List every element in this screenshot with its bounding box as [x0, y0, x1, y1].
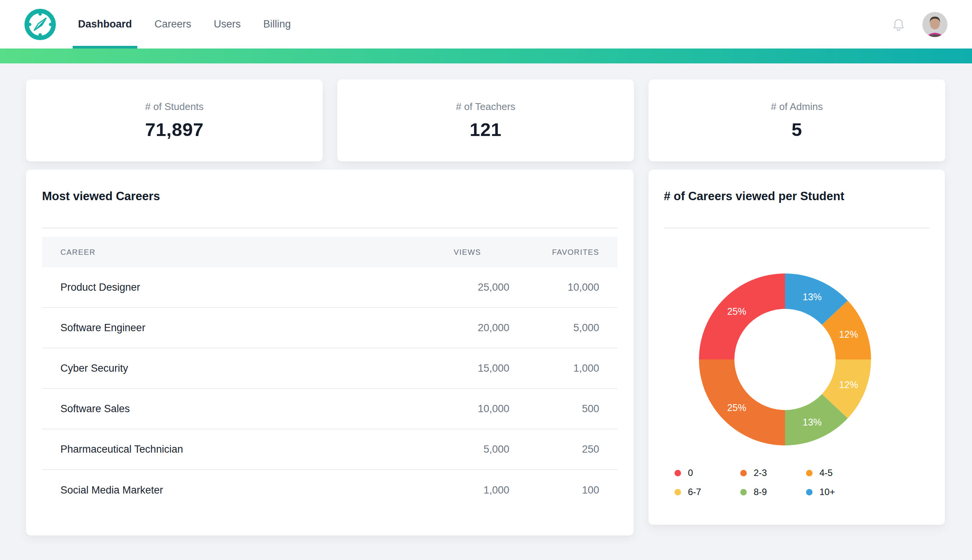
career-views: 25,000	[418, 282, 509, 293]
stat-label: # of Teachers	[456, 101, 515, 113]
legend-dot	[674, 489, 681, 495]
donut-slice-label: 13%	[803, 292, 822, 302]
nav-right	[892, 12, 947, 37]
career-views: 20,000	[418, 322, 509, 334]
legend-dot	[806, 470, 813, 476]
legend-item-0[interactable]: 0	[674, 465, 740, 480]
donut-slice-label: 12%	[839, 379, 858, 390]
career-favorites: 10,000	[509, 282, 599, 293]
career-views: 10,000	[418, 403, 509, 415]
main-row: Most viewed Careers Career Views Favorit…	[26, 170, 946, 535]
user-avatar[interactable]	[922, 12, 947, 37]
career-name: Software Sales	[60, 403, 418, 415]
stat-label: # of Students	[145, 101, 203, 113]
career-name: Product Designer	[60, 282, 418, 293]
legend-item-10+[interactable]: 10+	[806, 484, 872, 500]
donut-slice-label: 13%	[803, 417, 822, 427]
compass-logo-icon[interactable]	[25, 9, 56, 40]
donut-slice-label: 25%	[727, 306, 746, 317]
nav-item-careers[interactable]: Careers	[154, 0, 192, 48]
legend-dot	[674, 470, 681, 476]
column-header-views: Views	[418, 248, 509, 257]
accent-gradient-bar	[0, 48, 972, 63]
table-row: Cyber Security 15,000 1,000	[42, 348, 617, 389]
career-views: 1,000	[418, 484, 509, 496]
stats-row: # of Students 71,897 # of Teachers 121 #…	[26, 80, 946, 162]
legend-label: 4-5	[820, 468, 833, 478]
legend-label: 10+	[820, 487, 835, 497]
stat-card-students: # of Students 71,897	[26, 80, 323, 162]
chart-card-title: # of Careers viewed per Student	[664, 189, 930, 204]
nav-item-billing[interactable]: Billing	[263, 0, 292, 48]
table-header: Career Views Favorites	[42, 237, 617, 267]
career-name: Cyber Security	[60, 363, 418, 374]
dashboard-page: Dashboard Careers Users Billing	[0, 0, 972, 560]
column-header-career: Career	[60, 248, 418, 257]
legend-label: 0	[688, 468, 693, 478]
top-nav: Dashboard Careers Users Billing	[0, 0, 972, 48]
table-row: Software Engineer 20,000 5,000	[42, 308, 617, 348]
donut-chart: 13%12%12%13%25%25%	[698, 273, 872, 446]
career-name: Software Engineer	[60, 322, 418, 334]
legend-item-8-9[interactable]: 8-9	[740, 484, 806, 500]
careers-viewed-chart-card: # of Careers viewed per Student 13%12%12…	[649, 170, 945, 525]
table-row: Social Media Marketer 1,000 100	[42, 470, 617, 510]
divider	[42, 228, 617, 228]
nav-item-dashboard[interactable]: Dashboard	[77, 0, 133, 48]
career-views: 15,000	[418, 363, 509, 374]
stat-card-admins: # of Admins 5	[649, 80, 945, 162]
legend-item-6-7[interactable]: 6-7	[674, 484, 740, 500]
legend-label: 6-7	[688, 487, 701, 497]
donut-slice-label: 25%	[727, 402, 746, 413]
table-row: Product Designer 25,000 10,000	[42, 267, 617, 308]
column-header-favorites: Favorites	[509, 248, 599, 257]
chart-legend: 02-34-56-78-910+	[674, 465, 930, 500]
stat-value: 121	[470, 119, 501, 140]
career-favorites: 1,000	[509, 363, 599, 374]
career-name: Social Media Marketer	[60, 484, 418, 496]
legend-label: 2-3	[754, 468, 767, 478]
legend-dot	[740, 470, 747, 476]
table-card-title: Most viewed Careers	[42, 189, 617, 204]
bell-icon[interactable]	[892, 17, 905, 32]
stat-value: 71,897	[145, 119, 204, 140]
career-favorites: 250	[509, 443, 599, 455]
table-row: Software Sales 10,000 500	[42, 389, 617, 429]
donut-slice-label: 12%	[839, 329, 858, 340]
divider	[664, 228, 930, 228]
nav-items: Dashboard Careers Users Billing	[77, 0, 313, 48]
stat-card-teachers: # of Teachers 121	[337, 80, 634, 162]
most-viewed-careers-card: Most viewed Careers Career Views Favorit…	[26, 170, 634, 535]
legend-label: 8-9	[754, 487, 767, 497]
donut-chart-svg: 13%12%12%13%25%25%	[698, 273, 872, 446]
content-area: # of Students 71,897 # of Teachers 121 #…	[0, 63, 972, 535]
career-favorites: 5,000	[509, 322, 599, 334]
career-favorites: 100	[509, 484, 599, 496]
table-row: Pharmaceutical Technician 5,000 250	[42, 429, 617, 470]
stat-value: 5	[791, 119, 802, 140]
career-favorites: 500	[509, 403, 599, 415]
career-name: Pharmaceutical Technician	[60, 443, 418, 455]
career-views: 5,000	[418, 443, 509, 455]
legend-item-2-3[interactable]: 2-3	[740, 465, 806, 480]
stat-label: # of Admins	[771, 101, 823, 113]
legend-dot	[806, 489, 813, 495]
legend-item-4-5[interactable]: 4-5	[806, 465, 872, 480]
legend-dot	[740, 489, 747, 495]
nav-item-users[interactable]: Users	[213, 0, 242, 48]
